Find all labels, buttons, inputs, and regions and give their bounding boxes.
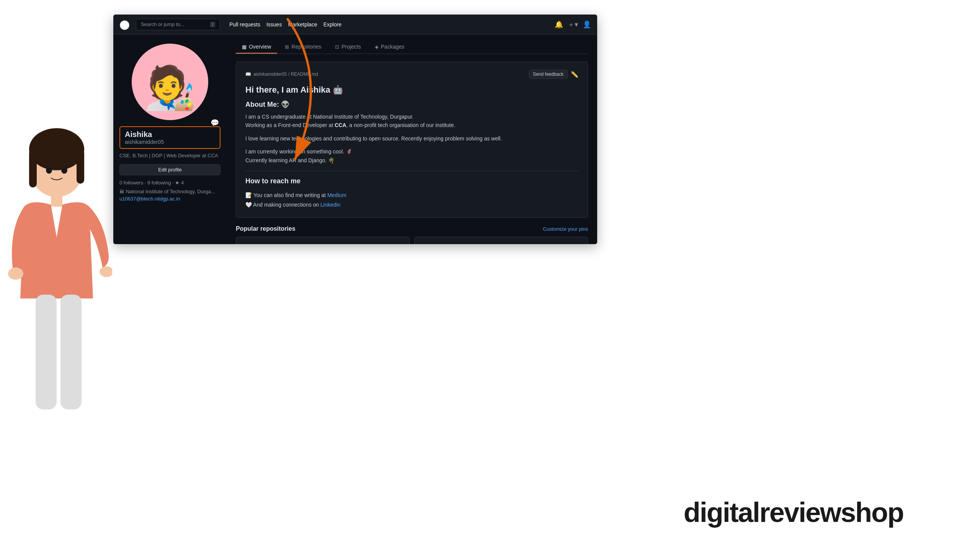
profile-bio: CSE, B.Tech | DGP | Web Developer at CCA [119, 152, 220, 160]
readme-about-p1: I am a CS undergraduate at National Inst… [245, 112, 578, 130]
edit-pencil-icon[interactable]: ✏️ [571, 71, 578, 78]
chat-bubble-icon: 💬 [211, 119, 219, 127]
linkedin-link[interactable]: Linkedin [320, 202, 340, 208]
profile-tabs: ▦ Overview ⊞ Repositories ⊡ Projects ◈ P… [236, 41, 588, 54]
svg-rect-9 [36, 295, 57, 409]
repo-card-2 [414, 237, 588, 244]
following-count[interactable]: 9 following [147, 180, 171, 186]
user-avatar-icon[interactable]: 👤 [583, 20, 591, 29]
nav-explore[interactable]: Explore [323, 21, 341, 28]
github-logo-icon: ⬤ [119, 19, 130, 30]
tab-projects[interactable]: ⊡ Projects [329, 41, 367, 54]
tab-repositories[interactable]: ⊞ Repositories [279, 41, 327, 54]
svg-point-6 [61, 167, 67, 174]
navbar: ⬤ Search or jump to... / Pull requests I… [113, 15, 597, 34]
bell-icon[interactable]: 🔔 [555, 20, 563, 29]
svg-point-5 [46, 167, 52, 174]
projects-icon: ⊡ [335, 44, 339, 50]
followers-count[interactable]: 0 followers [119, 180, 143, 186]
svg-point-2 [29, 128, 84, 170]
stars-count[interactable]: ★ 4 [175, 180, 184, 186]
medium-link[interactable]: Medium [327, 192, 346, 198]
send-feedback-button[interactable]: Send feedback [529, 70, 568, 79]
repositories-icon: ⊞ [285, 44, 289, 50]
svg-rect-4 [77, 149, 84, 184]
browser-window: ⬤ Search or jump to... / Pull requests I… [113, 15, 597, 244]
readme-header-left: 📖 aishikamidder05 / README.md [245, 72, 318, 77]
svg-point-8 [100, 266, 112, 277]
svg-point-11 [8, 267, 23, 280]
avatar-image: 🧑‍🎨 [144, 63, 196, 112]
divider [245, 171, 578, 171]
profile-avatar: 🧑‍🎨 [132, 44, 208, 120]
repos-grid [236, 237, 588, 244]
nav-pull-requests[interactable]: Pull requests [229, 21, 260, 28]
reach-section: 📝 You can also find me writing at Medium… [245, 191, 578, 210]
readme-header: 📖 aishikamidder05 / README.md Send feedb… [245, 70, 578, 79]
repo-card-1 [236, 237, 410, 244]
main-content: 🧑‍🎨 💬 Aishika aishikamidder05 CSE, B.Tec… [113, 34, 597, 244]
readme-card: 📖 aishikamidder05 / README.md Send feedb… [236, 62, 588, 218]
readme-about-p1b: Working as a Front-end Developer at CCA,… [245, 122, 455, 128]
readme-path: aishikamidder05 / README.md [253, 72, 318, 77]
edit-profile-button[interactable]: Edit profile [119, 164, 220, 175]
watermark-text: digitalreviewshop [684, 497, 903, 528]
nav-marketplace[interactable]: Marketplace [288, 21, 317, 28]
tab-overview[interactable]: ▦ Overview [236, 41, 277, 54]
plus-icon[interactable]: ＋▾ [568, 20, 578, 29]
search-shortcut-badge: / [210, 22, 215, 27]
svg-rect-3 [29, 149, 37, 187]
tab-packages[interactable]: ◈ Packages [369, 41, 410, 54]
person-image-area [0, 0, 113, 551]
reach-linkedin: 🤍 And making connections on Linkedin [245, 200, 578, 210]
reach-medium: 📝 You can also find me writing at Medium [245, 191, 578, 200]
nav-right-icons: 🔔 ＋▾ 👤 [555, 20, 591, 29]
search-bar[interactable]: Search or jump to... / [136, 19, 220, 30]
nav-issues[interactable]: Issues [266, 21, 282, 28]
profile-email[interactable]: u10637@btech.nitdgp.ac.in [119, 196, 220, 202]
svg-rect-10 [60, 295, 82, 409]
readme-book-icon: 📖 [245, 72, 251, 77]
customize-pins-button[interactable]: Customize your pins [543, 226, 588, 232]
person-svg [1, 107, 112, 444]
readme-body: Hi there, I am Aishika 🤖 About Me: 👽 I a… [245, 85, 578, 210]
profile-location: 🏛 National Institute of Technology, Durg… [119, 189, 220, 194]
profile-name-box: Aishika aishikamidder05 [119, 126, 220, 149]
readme-reach-heading: How to reach me [245, 177, 578, 185]
search-placeholder: Search or jump to... [141, 21, 184, 27]
profile-sidebar: 🧑‍🎨 💬 Aishika aishikamidder05 CSE, B.Tec… [113, 34, 227, 244]
readme-about-p3: I am currently working on something cool… [245, 147, 578, 165]
packages-icon: ◈ [375, 44, 379, 50]
nav-links: Pull requests Issues Marketplace Explore [229, 21, 341, 28]
popular-repos-title: Popular repositories [236, 225, 296, 232]
popular-repos-header: Popular repositories Customize your pins [236, 225, 588, 232]
readme-about-heading: About Me: 👽 [245, 100, 578, 109]
profile-stats: 0 followers · 9 following · ★ 4 [119, 180, 220, 186]
readme-main-heading: Hi there, I am Aishika 🤖 [245, 85, 578, 95]
overview-icon: ▦ [242, 44, 247, 50]
svg-rect-7 [51, 193, 62, 207]
profile-username: aishikamidder05 [125, 139, 215, 145]
profile-display-name: Aishika [125, 130, 215, 139]
right-content: ▦ Overview ⊞ Repositories ⊡ Projects ◈ P… [227, 34, 597, 244]
readme-about-p2: I love learning new technologies and con… [245, 134, 578, 143]
